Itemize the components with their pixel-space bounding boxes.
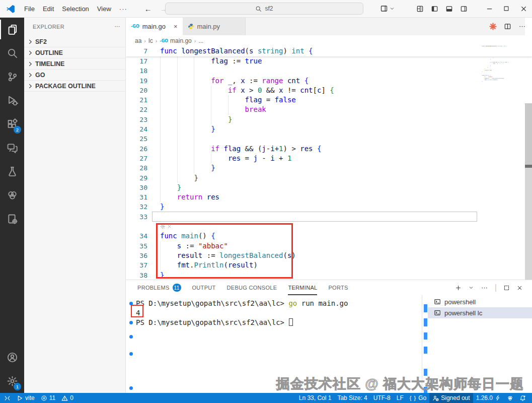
more-actions-icon[interactable] xyxy=(481,284,488,292)
watermark: 掘金技术社区 @ 福大大架构师每日一题 xyxy=(276,375,524,393)
command-mark xyxy=(424,318,427,326)
menu-selection[interactable]: Selection xyxy=(58,4,93,14)
activity-run-debug-icon[interactable] xyxy=(0,89,24,112)
braces-icon: { } xyxy=(410,395,416,401)
sidebar-section-timeline[interactable]: TIMELINE xyxy=(24,58,125,70)
close-icon[interactable] xyxy=(167,224,172,229)
line-number: 17 xyxy=(126,56,147,66)
gear-icon[interactable] xyxy=(160,224,166,229)
status-item-ln-33-col-1[interactable]: Ln 33, Col 1 xyxy=(296,393,335,403)
activity-chat-icon[interactable] xyxy=(0,136,24,160)
customize-layout-icon[interactable] xyxy=(416,5,424,13)
close-button[interactable] xyxy=(515,0,532,17)
command-decoration-dot[interactable] xyxy=(129,321,133,324)
codelens-row[interactable] xyxy=(126,222,532,231)
panel-tab-output[interactable]: OUTPUT xyxy=(192,280,216,295)
close-panel-icon[interactable] xyxy=(516,285,523,291)
status-item-go-tools-icon[interactable] xyxy=(504,393,516,403)
vscode-window: FileEditSelectionView ··· ← → sf2 xyxy=(0,0,532,403)
code-line-26: 26if flag && (j-i+1) > res { xyxy=(126,144,532,154)
panel-tab-problems[interactable]: PROBLEMS11 xyxy=(137,280,181,295)
activity-source-control-icon[interactable] xyxy=(0,65,24,89)
terminal-list-item-powershell-lc[interactable]: powershell lc xyxy=(428,307,532,318)
status-item-remote-icon[interactable] xyxy=(1,393,14,403)
tab-main.go[interactable]: -GOmain.go× xyxy=(126,18,183,35)
status-item-go[interactable]: { }Go xyxy=(407,393,429,403)
code-line-27: 27res = j - i + 1 xyxy=(126,154,532,163)
explorer-sidebar: EXPLORER ⋯ SF2OUTLINETIMELINEGOPACKAGE O… xyxy=(24,18,126,393)
panel-tab-ports[interactable]: PORTS xyxy=(328,280,348,295)
bell-icon xyxy=(519,395,526,401)
activity-settings-gear-icon[interactable]: 1 xyxy=(0,369,24,393)
status-item-11[interactable]: 11 xyxy=(38,393,58,403)
activity-account-icon[interactable] xyxy=(0,346,24,369)
tab-main.py[interactable]: main.py xyxy=(183,18,246,35)
command-decoration-dot[interactable] xyxy=(129,352,133,356)
minimize-button[interactable] xyxy=(481,0,498,17)
split-editor-icon[interactable] xyxy=(504,23,511,30)
annotation-box-output xyxy=(131,305,143,317)
code-editor[interactable]: 17flag := true1819for _, x := range cnt … xyxy=(126,56,532,280)
sidebar-section-go[interactable]: GO xyxy=(24,70,125,81)
layout-controls xyxy=(416,5,468,13)
line-number: 31 xyxy=(126,192,147,202)
line-number: 7 xyxy=(126,46,147,56)
menu-view[interactable]: View xyxy=(93,4,115,14)
maximize-panel-icon[interactable] xyxy=(503,285,510,291)
close-tab-icon[interactable]: × xyxy=(174,23,178,30)
activity-tools-file-icon[interactable] xyxy=(0,207,24,231)
panel-tab-debug-console[interactable]: DEBUG CONSOLE xyxy=(227,280,277,295)
line-number: 26 xyxy=(126,144,147,154)
breadcrumb-item-aa[interactable]: aa xyxy=(135,37,141,44)
breadcrumb[interactable]: aa›lc›-GOmain.go›... xyxy=(126,35,532,46)
activity-testing-icon[interactable] xyxy=(0,160,24,183)
command-decoration-dot[interactable] xyxy=(129,335,133,339)
status-item-1-26-0[interactable]: 1.26.0 xyxy=(473,393,504,403)
activity-go-extension-icon[interactable] xyxy=(0,183,24,207)
menu-file[interactable]: File xyxy=(20,4,39,14)
toggle-secondary-sidebar-icon[interactable] xyxy=(460,5,468,13)
sidebar-title: EXPLORER xyxy=(33,24,64,30)
more-actions-icon[interactable]: ⋯ xyxy=(115,23,120,30)
new-terminal-icon[interactable] xyxy=(455,285,462,291)
activity-explorer-icon[interactable] xyxy=(0,18,24,41)
history-nav: ← → xyxy=(144,5,168,13)
tunnel-menu[interactable] xyxy=(380,5,395,13)
sidebar-section-package-outline[interactable]: PACKAGE OUTLINE xyxy=(24,81,125,92)
status-item-lf[interactable]: LF xyxy=(394,393,407,403)
status-item-tab-size-4[interactable]: Tab Size: 4 xyxy=(334,393,370,403)
status-item-vite[interactable]: vite xyxy=(14,393,38,403)
activity-extensions-icon[interactable]: 2 xyxy=(0,112,24,136)
breadcrumb-item-...[interactable]: ... xyxy=(198,37,203,44)
code-line-33: 33 xyxy=(126,212,532,222)
bottom-panel: PROBLEMS11OUTPUTDEBUG CONSOLETERMINALPOR… xyxy=(126,280,532,393)
status-item-bell-icon[interactable] xyxy=(516,393,529,403)
run-code-icon[interactable] xyxy=(489,23,497,30)
editor-scrollbar[interactable] xyxy=(525,18,532,280)
command-center-search[interactable]: sf2 xyxy=(165,3,363,15)
panel-tab-terminal[interactable]: TERMINAL xyxy=(288,280,317,295)
command-decoration-dot[interactable] xyxy=(129,386,133,390)
status-item-utf-8[interactable]: UTF-8 xyxy=(370,393,394,403)
editor-group[interactable]: -GOmain.go×main.py aa›lc›-GOmain.go›... … xyxy=(126,18,532,280)
back-icon[interactable]: ← xyxy=(144,5,152,13)
breadcrumb-item-main.go[interactable]: -GOmain.go xyxy=(160,37,191,44)
chevron-right-icon xyxy=(27,60,34,68)
breadcrumb-item-lc[interactable]: lc xyxy=(148,37,153,44)
toggle-panel-icon[interactable] xyxy=(445,5,453,13)
menu-more-button[interactable]: ··· xyxy=(115,4,131,14)
badge: 1 xyxy=(14,383,21,390)
status-item-signed-out[interactable]: Signed out xyxy=(429,393,473,403)
maximize-button[interactable] xyxy=(498,0,515,17)
sidebar-section-sf2[interactable]: SF2 xyxy=(24,36,125,47)
menu-edit[interactable]: Edit xyxy=(39,4,58,14)
toggle-sidebar-icon[interactable] xyxy=(431,5,438,13)
activity-search-icon[interactable] xyxy=(0,41,24,65)
sidebar-section-outline[interactable]: OUTLINE xyxy=(24,47,125,58)
chevron-down-icon[interactable] xyxy=(468,285,474,291)
code-line-34: 34func main() { xyxy=(126,231,532,241)
status-item-0[interactable]: 0 xyxy=(58,393,77,403)
code-line-22: 22break xyxy=(126,105,532,114)
terminal-list-item-powershell[interactable]: powershell xyxy=(428,296,532,307)
sticky-scroll-line[interactable]: 7func longestBalanced(s string) int { xyxy=(126,46,532,56)
